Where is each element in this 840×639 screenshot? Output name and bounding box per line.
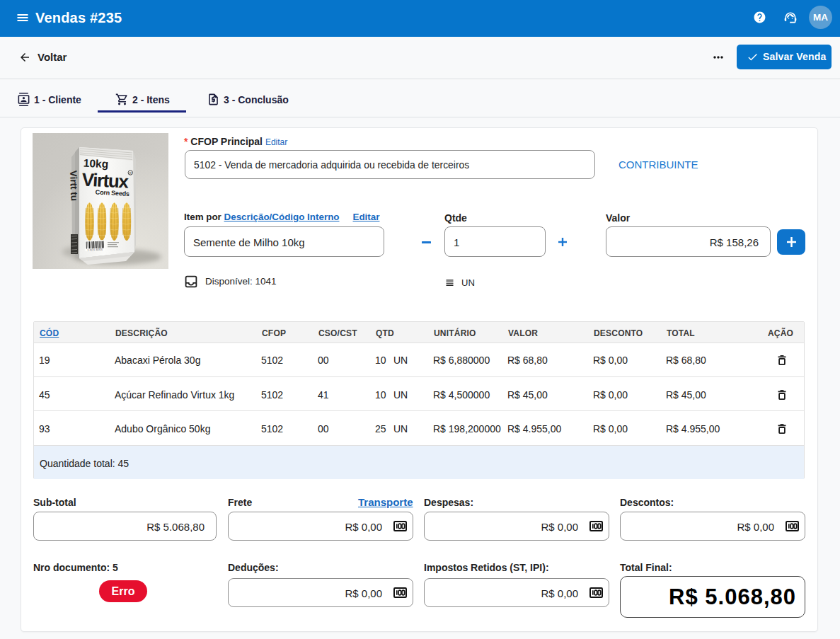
- svg-text:1 4121 40325: 1 4121 40325: [87, 248, 103, 252]
- svg-text:Virtt tu: Virtt tu: [68, 171, 80, 202]
- svg-text:10kg: 10kg: [83, 157, 108, 171]
